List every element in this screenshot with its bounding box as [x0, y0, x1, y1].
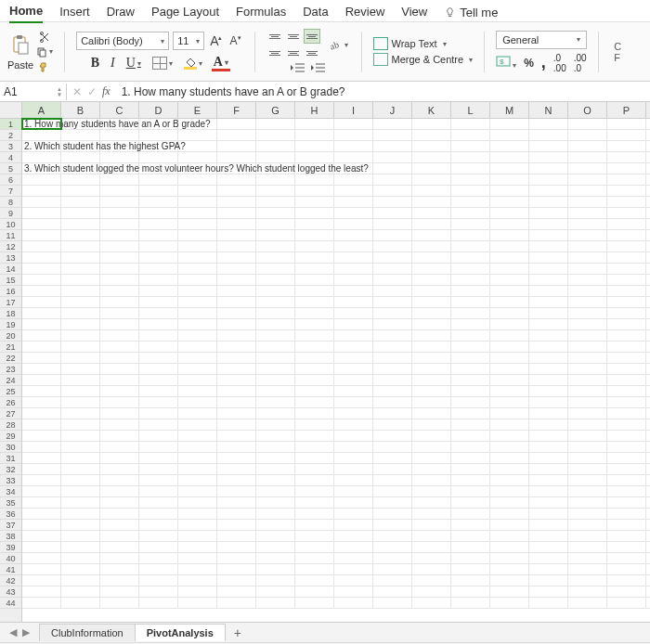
cell-E11[interactable]: [178, 230, 217, 240]
cell-N24[interactable]: [529, 375, 568, 385]
cell-N21[interactable]: [529, 341, 568, 352]
cell-O2[interactable]: [568, 130, 607, 140]
cell-A5[interactable]: 3. Which student logged the most volunte…: [22, 163, 61, 174]
cell-P20[interactable]: [607, 330, 646, 341]
cell-M2[interactable]: [490, 130, 529, 140]
cell-H41[interactable]: [295, 564, 334, 574]
row-header-13[interactable]: 13: [0, 252, 21, 264]
cell-A6[interactable]: [22, 174, 61, 185]
cell-I23[interactable]: [334, 364, 373, 374]
cell-O43[interactable]: [568, 586, 607, 597]
cell-A4[interactable]: [22, 152, 61, 162]
cell-A9[interactable]: [22, 208, 61, 218]
cell-E8[interactable]: [178, 197, 217, 207]
cell-F6[interactable]: [217, 174, 256, 185]
cell-J33[interactable]: [373, 475, 412, 485]
cell-A18[interactable]: [22, 308, 61, 318]
cell-N8[interactable]: [529, 197, 568, 207]
cell-L5[interactable]: [451, 163, 490, 174]
copy-button[interactable]: ▾: [36, 45, 53, 58]
cell-C2[interactable]: [100, 130, 139, 140]
cell-D8[interactable]: [139, 197, 178, 207]
cell-F32[interactable]: [217, 464, 256, 474]
cell-C24[interactable]: [100, 375, 139, 385]
cell-O11[interactable]: [568, 230, 607, 240]
cell-B43[interactable]: [61, 586, 100, 597]
cell-M1[interactable]: [490, 119, 529, 129]
cell-E7[interactable]: [178, 186, 217, 196]
cell-I28[interactable]: [334, 419, 373, 430]
row-header-5[interactable]: 5: [0, 163, 21, 174]
cell-J8[interactable]: [373, 197, 412, 207]
cell-L4[interactable]: [451, 152, 490, 162]
cell-N39[interactable]: [529, 542, 568, 552]
cell-J27[interactable]: [373, 408, 412, 419]
cell-D37[interactable]: [139, 520, 178, 530]
cell-G34[interactable]: [256, 486, 295, 496]
cell-I21[interactable]: [334, 341, 373, 352]
cell-K4[interactable]: [412, 152, 451, 162]
cell-L18[interactable]: [451, 308, 490, 318]
cell-N12[interactable]: [529, 241, 568, 251]
cell-A3[interactable]: 2. Which student has the highest GPA?: [22, 141, 61, 151]
menu-tab-data[interactable]: Data: [303, 3, 328, 22]
cell-I29[interactable]: [334, 431, 373, 441]
cell-O25[interactable]: [568, 386, 607, 396]
cell-N3[interactable]: [529, 141, 568, 151]
cell-F12[interactable]: [217, 241, 256, 251]
cell-J13[interactable]: [373, 252, 412, 263]
decrease-indent-button[interactable]: [290, 61, 306, 74]
cell-J23[interactable]: [373, 364, 412, 374]
column-header-O[interactable]: O: [568, 102, 607, 118]
increase-decimal-button[interactable]: .0.00: [553, 53, 566, 73]
cell-J38[interactable]: [373, 531, 412, 541]
cell-A1[interactable]: 1. How many students have an A or B grad…: [22, 119, 61, 129]
cell-G1[interactable]: [256, 119, 295, 129]
cell-M6[interactable]: [490, 174, 529, 185]
cell-D30[interactable]: [139, 442, 178, 452]
cell-E38[interactable]: [178, 531, 217, 541]
cell-P26[interactable]: [607, 397, 646, 407]
cell-J44[interactable]: [373, 598, 412, 608]
cell-J29[interactable]: [373, 431, 412, 441]
column-header-N[interactable]: N: [529, 102, 568, 118]
cell-H37[interactable]: [295, 520, 334, 530]
cell-H25[interactable]: [295, 386, 334, 396]
cell-F3[interactable]: [217, 141, 256, 151]
cell-B30[interactable]: [61, 442, 100, 452]
cell-D34[interactable]: [139, 486, 178, 496]
cell-E20[interactable]: [178, 330, 217, 341]
cell-K20[interactable]: [412, 330, 451, 341]
cell-I40[interactable]: [334, 553, 373, 563]
cell-F11[interactable]: [217, 230, 256, 240]
cell-P29[interactable]: [607, 431, 646, 441]
cell-A31[interactable]: [22, 453, 61, 463]
row-header-30[interactable]: 30: [0, 442, 21, 453]
accept-formula-button[interactable]: ✓: [87, 85, 97, 98]
cell-D31[interactable]: [139, 453, 178, 463]
cell-P15[interactable]: [607, 275, 646, 285]
menu-tab-review[interactable]: Review: [345, 3, 385, 22]
cell-K18[interactable]: [412, 308, 451, 318]
cell-A17[interactable]: [22, 297, 61, 307]
cell-G35[interactable]: [256, 497, 295, 508]
cell-O38[interactable]: [568, 531, 607, 541]
cell-H44[interactable]: [295, 598, 334, 608]
cell-P16[interactable]: [607, 286, 646, 296]
cell-K36[interactable]: [412, 509, 451, 519]
cell-H35[interactable]: [295, 497, 334, 508]
cell-H11[interactable]: [295, 230, 334, 240]
cell-F8[interactable]: [217, 197, 256, 207]
cell-E26[interactable]: [178, 397, 217, 407]
cell-B2[interactable]: [61, 130, 100, 140]
cell-E25[interactable]: [178, 386, 217, 396]
cell-D22[interactable]: [139, 353, 178, 363]
cell-K41[interactable]: [412, 564, 451, 574]
cell-H21[interactable]: [295, 341, 334, 352]
cell-K35[interactable]: [412, 497, 451, 508]
cell-K9[interactable]: [412, 208, 451, 218]
cell-A30[interactable]: [22, 442, 61, 452]
cell-P25[interactable]: [607, 386, 646, 396]
cell-M13[interactable]: [490, 252, 529, 263]
cell-G36[interactable]: [256, 509, 295, 519]
